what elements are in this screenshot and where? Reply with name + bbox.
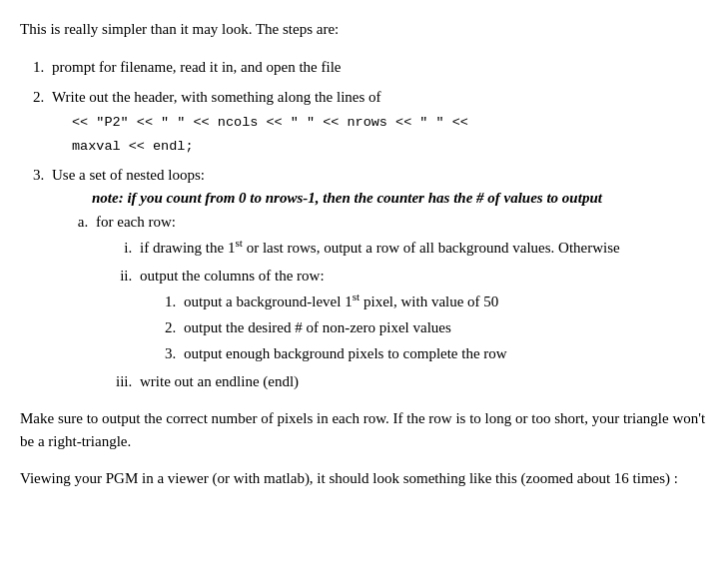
main-steps-list: prompt for filename, read it in, and ope… bbox=[48, 55, 708, 393]
step-3a-iii: write out an endline (endl) bbox=[136, 369, 708, 393]
step-3: Use a set of nested loops: note: if you … bbox=[48, 163, 708, 393]
intro-paragraph: This is really simpler than it may look.… bbox=[20, 18, 708, 41]
step-3a: for each row: if drawing the 1st or last… bbox=[92, 210, 708, 393]
step-3a-ii-1: output a background-level 1st pixel, wit… bbox=[180, 288, 708, 313]
step-3a-i: if drawing the 1st or last rows, output … bbox=[136, 234, 708, 260]
step-2: Write out the header, with something alo… bbox=[48, 85, 708, 158]
step-1: prompt for filename, read it in, and ope… bbox=[48, 55, 708, 79]
step-3a-ii-2: output the desired # of non-zero pixel v… bbox=[180, 315, 708, 339]
step-3a-ii-decimal-list: output a background-level 1st pixel, wit… bbox=[180, 288, 708, 365]
paragraph-1: Make sure to output the correct number o… bbox=[20, 407, 708, 454]
step-3-alpha-list: for each row: if drawing the 1st or last… bbox=[92, 210, 708, 393]
step-3a-roman-list: if drawing the 1st or last rows, output … bbox=[136, 234, 708, 393]
code-line-2: maxval << endl; bbox=[72, 137, 708, 157]
code-line-1: << "P2" << " " << ncols << " " << nrows … bbox=[72, 113, 708, 133]
step-3-note: note: if you count from 0 to nrows-1, th… bbox=[92, 187, 708, 210]
step-3a-ii-3: output enough background pixels to compl… bbox=[180, 341, 708, 365]
step-3a-ii: output the columns of the row: output a … bbox=[136, 264, 708, 365]
paragraph-2: Viewing your PGM in a viewer (or with ma… bbox=[20, 467, 708, 490]
